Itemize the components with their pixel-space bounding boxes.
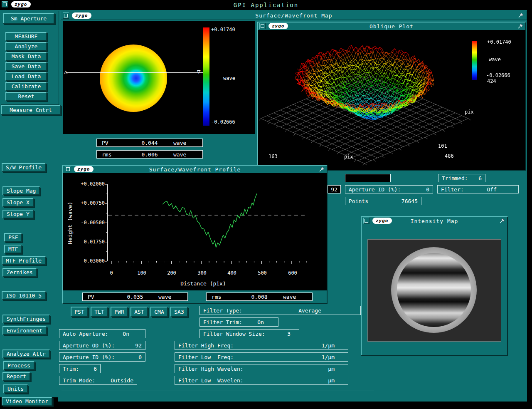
sidebar-item-units[interactable]: Units [3,384,28,393]
pin-icon[interactable] [499,218,505,225]
xtick-label: 200 [163,270,181,276]
xtick-label: 300 [193,270,211,276]
ytick-label: +0.00750 [75,200,105,206]
trimmed-box[interactable]: Trimmed: 6 [438,174,485,182]
filter-high-wavelen-box[interactable]: Filter High Wavelen: µm [175,364,348,373]
measure-cntrl-title[interactable]: Measure Cntrl [1,105,61,115]
xtick-label: 400 [223,270,241,276]
sidebar-item-zernikes[interactable]: Zernikes [2,268,37,277]
map-window-titlebar[interactable]: zygo Surface/Wavefront Map [61,11,527,20]
filter-low-freq-box[interactable]: Filter Low Freq: 1/µm [175,352,348,362]
profile-cut-line[interactable] [66,72,203,73]
sidebar-item-slope-y[interactable]: Slope Y [2,210,34,218]
sidebar-item-psf[interactable]: PSF [4,233,22,242]
oblique-y-unit: pix [465,109,474,115]
oblique-y-max: 101 [438,143,447,149]
sm-aperture-window: Sm Aperture MEASURE Analyze Mask Data Sa… [1,11,59,105]
sidebar-item-process[interactable]: Process [3,361,34,370]
ytick-label: -0.03000 [75,258,105,264]
profile-xlabel: Distance (pix) [174,280,232,287]
ytick-label: -0.01750 [75,239,105,245]
aperture-id-box[interactable]: Aperture ID (%): 0 [59,352,145,362]
intensity-window-title: Intensity Map [362,218,507,224]
sidebar-item-report[interactable]: Report [2,372,30,381]
remove-tlt-button[interactable]: TLT [91,307,108,317]
pin-icon[interactable] [518,12,524,20]
sidebar-item-video-monitor[interactable]: Video Monitor [2,397,52,406]
filter-trim-box[interactable]: Filter Trim: On [200,317,278,327]
sidebar-item-iso-10110-5[interactable]: ISO 10110-5 [2,291,46,300]
oblique-window-titlebar[interactable]: zygo Oblique Plot [258,22,525,30]
sidebar-item-mtf[interactable]: MTF [4,245,22,253]
ytick-label: -0.00500 [75,220,105,226]
oblique-colorbar-unit: wave [489,57,501,62]
calibrate-button[interactable]: Calibrate [5,82,47,91]
sidebar-item-synthfringes[interactable]: SynthFringes [2,315,50,323]
sidebar-item-slope-x[interactable]: Slope X [2,198,34,207]
trim-box[interactable]: Trim: 6 [59,364,101,373]
filter-low-wavelen-box[interactable]: Filter Low Wavelen: µm [175,376,348,385]
auto-aperture-box[interactable]: Auto Aperture: On [59,329,145,338]
sidebar-item-environment[interactable]: Environment [2,326,47,335]
oblique-x-min: 163 [268,154,278,159]
sidebar-item-mtf-profile[interactable]: MTF Profile [2,256,46,265]
analyze-button[interactable]: Analyze [5,42,47,51]
filter-high-freq-box[interactable]: Filter High Freq: 1/µm [175,341,348,350]
oblique-colorbar-min: -0.02666 [486,72,510,78]
xtick-label: 0 [102,270,121,276]
oblique-colorbar [472,41,477,80]
reset-button[interactable]: Reset [5,92,47,101]
surface-map-plot: △ ▽ +0.01740 wave -0.02666 [63,21,255,134]
intensity-window-titlebar[interactable]: zygo Intensity Map [362,217,507,225]
trim-mode-box[interactable]: Trim Mode: Outside [59,376,137,385]
ytick-label: +0.02000 [75,181,105,187]
map-aperture-id-box[interactable]: Aperture ID (%): 0 [345,185,433,193]
load-data-button[interactable]: Load Data [5,72,47,81]
oblique-plot-area: 163 pix 486 101 pix +0.01740 wave -0.026… [258,30,525,170]
measure-button[interactable]: MEASURE [5,32,47,41]
intensity-map-panel [367,239,501,342]
oblique-colorbar-max: +0.01740 [487,39,511,45]
oblique-x-unit: pix [344,154,353,160]
oblique-window-title: Oblique Plot [258,23,525,30]
profile-pv-readout: PV 0.035 wave [82,292,188,301]
map-colorbar [203,27,209,126]
readout-empty [345,174,391,182]
xtick-label: 500 [253,270,271,276]
top-title-bar: zygo GPI Application [0,0,532,10]
map-rms-readout: rms 0.006 wave [96,150,203,159]
oblique-x-max: 486 [445,153,454,159]
intensity-aperture-ring [391,247,477,333]
profile-window-title: Surface/Wavefront Profile [63,166,327,173]
cut-start-marker-icon[interactable]: △ [64,68,67,75]
filter-type-box[interactable]: Filter Type: Average [200,306,361,315]
profile-plot [107,184,309,261]
sidebar-item-analyze-attr[interactable]: Analyze Attr [2,350,50,358]
sidebar-item-sw-profile[interactable]: S/W Profile [2,163,46,172]
points-box: Points 76645 [345,197,421,205]
mask-data-button[interactable]: Mask Data [5,52,47,61]
remove-ast-button[interactable]: AST [131,307,148,317]
xtick-label: 600 [283,270,302,276]
remove-pst-button[interactable]: PST [71,307,88,317]
aperture-od-box[interactable]: Aperture OD (%): 92 [59,341,145,350]
profile-window: zygo Surface/Wavefront Profile Height (w… [62,165,328,304]
sm-aperture-title[interactable]: Sm Aperture [3,13,54,24]
remove-sa3-button[interactable]: SA3 [170,307,188,317]
remove-pwr-button[interactable]: PWR [111,307,128,317]
cut-end-marker-icon[interactable]: ▽ [197,68,200,75]
map-pv-readout: PV 0.044 wave [96,139,203,147]
aperture-od-partial-value[interactable]: 92 [328,185,341,193]
pin-icon[interactable] [319,166,325,174]
save-data-button[interactable]: Save Data [5,62,47,71]
filter-status-box[interactable]: Filter: Off [437,185,519,193]
xtick-label: 100 [133,270,151,276]
profile-rms-readout: rms 0.008 wave [206,292,313,301]
sidebar-item-slope-mag[interactable]: Slope Mag [2,186,40,195]
remove-cma-button[interactable]: CMA [150,307,168,317]
profile-window-titlebar[interactable]: zygo Surface/Wavefront Profile [63,166,327,173]
intensity-fringes-image [397,253,471,327]
filter-window-size-box[interactable]: Filter Window Size: 3 [200,329,299,338]
profile-plot-svg [107,184,309,261]
pin-icon[interactable] [517,23,524,30]
